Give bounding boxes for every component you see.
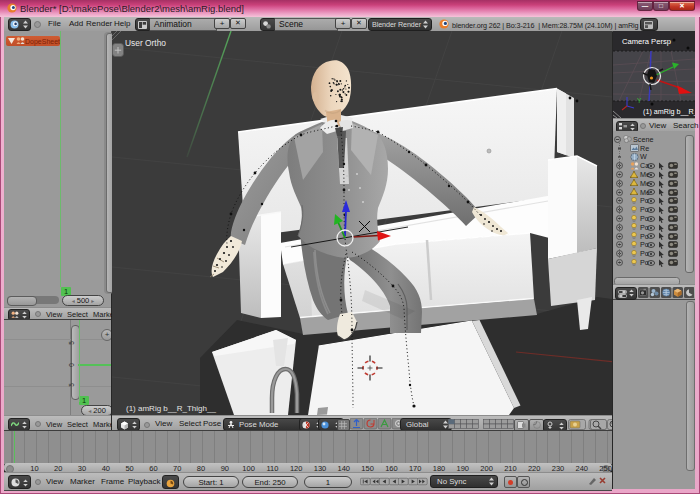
svg-text:Camera Persp: Camera Persp [622, 37, 671, 46]
svg-text:(1) amRig b__R_Thigh__: (1) amRig b__R_Thigh__ [126, 404, 216, 413]
svg-text:(1) amRig b__R_T: (1) amRig b__R_T [643, 107, 695, 116]
svg-text:5: 5 [68, 383, 75, 387]
svg-text:0: 0 [68, 363, 75, 367]
svg-text:5: 5 [68, 341, 75, 345]
svg-text:User Ortho: User Ortho [125, 38, 166, 48]
svg-text:Y: Y [637, 97, 642, 104]
